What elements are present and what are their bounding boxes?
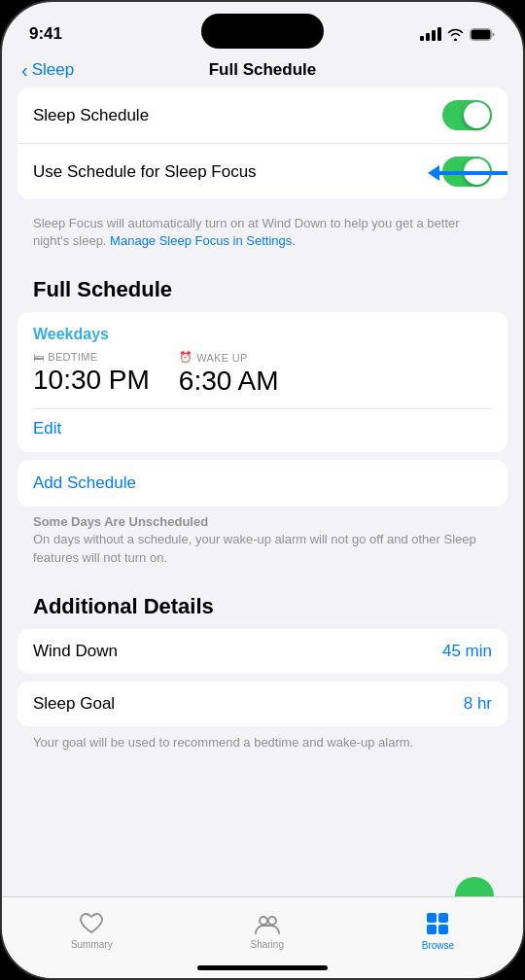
wind-down-row[interactable]: Wind Down 45 min bbox=[18, 629, 508, 674]
wakeup-label: ⏰ WAKE UP bbox=[179, 351, 279, 364]
bedtime-col: 🛏 BEDTIME 10:30 PM bbox=[33, 351, 150, 397]
heart-icon bbox=[79, 912, 104, 935]
wind-down-value: 45 min bbox=[442, 642, 492, 661]
browse-icon bbox=[425, 911, 450, 936]
tab-sharing[interactable]: Sharing bbox=[250, 912, 283, 950]
status-time: 9:41 bbox=[29, 24, 62, 44]
home-indicator bbox=[197, 965, 328, 970]
back-button-label: Sleep bbox=[32, 60, 74, 80]
additional-details-title: Additional Details bbox=[18, 578, 508, 629]
weekdays-label: Weekdays bbox=[33, 326, 492, 343]
tab-browse-label: Browse bbox=[422, 940, 454, 951]
wind-down-label: Wind Down bbox=[33, 642, 118, 661]
toggle-thumb bbox=[464, 102, 490, 128]
edit-button[interactable]: Edit bbox=[33, 419, 492, 438]
add-schedule-label[interactable]: Add Schedule bbox=[33, 473, 136, 492]
tab-sharing-label: Sharing bbox=[250, 939, 283, 950]
tab-summary-label: Summary bbox=[71, 939, 113, 950]
sleep-goal-row[interactable]: Sleep Goal 8 hr bbox=[18, 682, 508, 726]
bed-icon: 🛏 bbox=[33, 351, 44, 363]
add-schedule-card[interactable]: Add Schedule bbox=[18, 460, 508, 507]
svg-rect-4 bbox=[427, 913, 437, 923]
arrow-line bbox=[439, 171, 508, 175]
svg-rect-1 bbox=[472, 29, 491, 39]
weekdays-schedule-card: Weekdays 🛏 BEDTIME 10:30 PM ⏰ WAKE UP 6:… bbox=[18, 312, 508, 452]
tab-browse[interactable]: Browse bbox=[422, 911, 454, 951]
scroll-content: Sleep Schedule Use Schedule for Sleep Fo… bbox=[2, 88, 523, 759]
svg-point-2 bbox=[260, 917, 267, 925]
sleep-goal-note: Your goal will be used to recommend a be… bbox=[18, 734, 508, 759]
sleep-schedule-row: Sleep Schedule bbox=[18, 88, 508, 143]
signal-bars-icon bbox=[420, 27, 441, 41]
use-focus-label: Use Schedule for Sleep Focus bbox=[33, 162, 257, 182]
svg-rect-7 bbox=[438, 925, 448, 934]
sharing-icon bbox=[254, 912, 281, 935]
unscheduled-text: On days without a schedule, your wake-up… bbox=[33, 531, 492, 566]
tab-summary[interactable]: Summary bbox=[71, 912, 113, 950]
status-icons bbox=[420, 27, 496, 41]
back-chevron-icon: ‹ bbox=[21, 60, 28, 80]
arrow-head-icon bbox=[428, 165, 439, 181]
navigation-bar: ‹ Sleep Full Schedule bbox=[2, 52, 523, 88]
sleep-goal-label: Sleep Goal bbox=[33, 694, 115, 714]
bedtime-value: 10:30 PM bbox=[33, 365, 150, 396]
bedtime-label: 🛏 BEDTIME bbox=[33, 351, 150, 363]
wakeup-col: ⏰ WAKE UP 6:30 AM bbox=[179, 351, 279, 397]
arrow-annotation bbox=[428, 165, 508, 181]
alarm-icon: ⏰ bbox=[179, 351, 192, 364]
schedule-times: 🛏 BEDTIME 10:30 PM ⏰ WAKE UP 6:30 AM bbox=[33, 351, 492, 397]
svg-rect-5 bbox=[438, 913, 448, 923]
battery-icon bbox=[470, 28, 496, 41]
schedule-divider bbox=[33, 408, 492, 409]
back-button[interactable]: ‹ Sleep bbox=[21, 60, 74, 80]
unscheduled-title: Some Days Are Unscheduled bbox=[33, 514, 492, 529]
sleep-schedule-label: Sleep Schedule bbox=[33, 106, 149, 125]
svg-rect-6 bbox=[427, 925, 437, 934]
wakeup-value: 6:30 AM bbox=[179, 366, 279, 397]
wifi-icon bbox=[447, 28, 464, 41]
partial-circle-decoration bbox=[455, 877, 494, 896]
svg-point-3 bbox=[268, 917, 276, 925]
unscheduled-notice: Some Days Are Unscheduled On days withou… bbox=[18, 514, 508, 578]
manage-focus-link[interactable]: Manage Sleep Focus in Settings. bbox=[110, 233, 296, 248]
focus-info-text: Sleep Focus will automatically turn on a… bbox=[18, 207, 508, 262]
nav-title: Full Schedule bbox=[209, 60, 317, 80]
full-schedule-title: Full Schedule bbox=[18, 262, 508, 312]
schedule-toggles-card: Sleep Schedule Use Schedule for Sleep Fo… bbox=[18, 88, 508, 199]
sleep-schedule-toggle[interactable] bbox=[442, 100, 492, 130]
sleep-goal-value: 8 hr bbox=[464, 694, 492, 714]
